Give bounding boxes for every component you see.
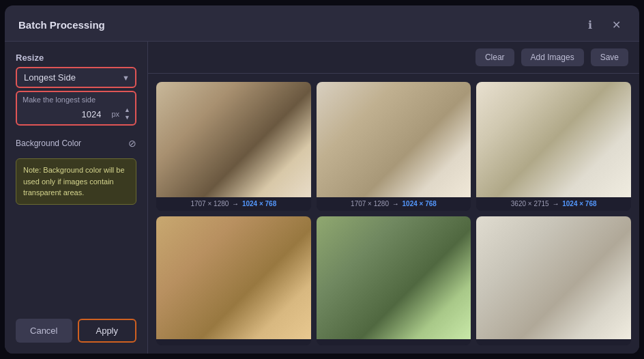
clear-button[interactable]: Clear (475, 48, 514, 66)
image-card-2: 1707 × 1280 → 1024 × 768 (317, 82, 471, 211)
save-button[interactable]: Save (591, 48, 628, 66)
note-box: Note: Background color will be used only… (16, 158, 136, 205)
right-toolbar: Clear Add Images Save (148, 42, 639, 74)
image-card-5 (317, 216, 471, 345)
orig-dims-1: 1707 × 1280 (190, 200, 229, 207)
output-dims-1: 1024 × 768 (242, 200, 276, 207)
image-caption-3: 3620 × 2715 → 1024 × 768 (476, 197, 631, 211)
orig-dims-2: 1707 × 1280 (351, 200, 389, 207)
image-thumbnail-6 (476, 216, 631, 339)
resize-mode-select-wrapper[interactable]: Longest Side Width Height Fit Fill ▼ (16, 67, 136, 88)
image-thumbnail-2 (317, 82, 471, 197)
increment-button[interactable]: ▲ (122, 106, 132, 114)
resize-mode-select[interactable]: Longest Side Width Height Fit Fill (17, 68, 135, 87)
size-input-label: Make the longest side (17, 92, 135, 105)
resize-label: Resize (16, 53, 136, 63)
spinner-buttons: ▲ ▼ (122, 106, 132, 121)
image-thumbnail-3 (476, 82, 631, 197)
action-buttons: Cancel Apply (16, 316, 136, 343)
orig-dims-3: 3620 × 2715 (511, 200, 549, 207)
size-input-row: px ▲ ▼ (17, 105, 135, 124)
size-input[interactable] (23, 109, 111, 119)
batch-processing-modal: Batch Processing ℹ ✕ Resize Longest Side… (5, 5, 639, 354)
apply-button[interactable]: Apply (78, 319, 137, 343)
output-dims-2: 1024 × 768 (402, 200, 437, 207)
bg-color-label: Background Color (16, 139, 81, 148)
image-card-3: 3620 × 2715 → 1024 × 768 (476, 82, 631, 211)
image-caption-1: 1707 × 1280 → 1024 × 768 (156, 197, 311, 211)
info-button[interactable]: ℹ (581, 15, 600, 34)
image-caption-5 (317, 339, 471, 345)
eraser-icon-button[interactable]: ⊘ (128, 138, 136, 149)
add-images-button[interactable]: Add Images (521, 48, 584, 66)
modal-header: Batch Processing ℹ ✕ (5, 5, 639, 42)
modal-overlay: Batch Processing ℹ ✕ Resize Longest Side… (0, 0, 644, 359)
left-panel: Resize Longest Side Width Height Fit Fil… (5, 42, 148, 354)
image-card-6 (476, 216, 631, 345)
resize-section: Resize Longest Side Width Height Fit Fil… (16, 53, 136, 126)
toolbar-right: Clear Add Images Save (475, 48, 628, 66)
bg-color-row: Background Color ⊘ (16, 138, 136, 149)
right-panel: Clear Add Images Save 1707 × 1280 → 1024… (148, 42, 639, 354)
size-input-group: Make the longest side px ▲ ▼ (16, 91, 136, 126)
modal-title: Batch Processing (18, 19, 105, 31)
image-card-4 (156, 216, 311, 345)
image-caption-6 (476, 339, 631, 345)
modal-body: Resize Longest Side Width Height Fit Fil… (5, 42, 639, 354)
image-caption-2: 1707 × 1280 → 1024 × 768 (317, 197, 471, 211)
decrement-button[interactable]: ▼ (122, 114, 132, 121)
close-button[interactable]: ✕ (606, 15, 626, 34)
image-card-1: 1707 × 1280 → 1024 × 768 (156, 82, 311, 211)
note-text: Note: Background color will be used only… (23, 166, 125, 197)
cancel-button[interactable]: Cancel (16, 319, 72, 343)
header-actions: ℹ ✕ (581, 15, 626, 34)
output-dims-3: 1024 × 768 (562, 200, 596, 207)
image-thumbnail-4 (156, 216, 311, 339)
image-grid: 1707 × 1280 → 1024 × 768 1707 × 1280 → 1… (148, 74, 639, 354)
image-thumbnail-5 (317, 216, 471, 339)
image-caption-4 (156, 339, 311, 345)
image-thumbnail-1 (156, 82, 311, 197)
size-unit: px (111, 110, 119, 118)
